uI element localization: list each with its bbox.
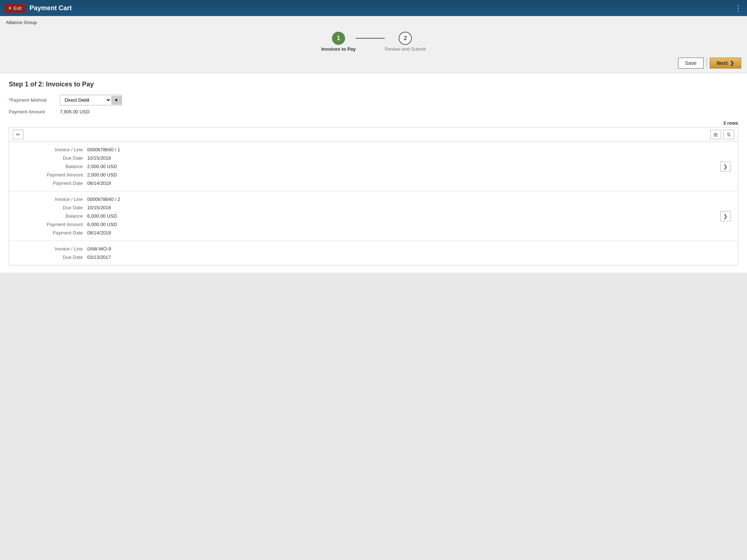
header-left: ✕ Exit Payment Cart (4, 4, 72, 13)
chevron-col-2: ❯ (720, 197, 733, 236)
chevron-col-3 (731, 246, 733, 260)
payment-amount-label-1: Payment Amount (14, 172, 87, 178)
pencil-icon: ✏ (16, 132, 20, 137)
step-2-label: Review and Submit (385, 46, 426, 52)
invoice-row-3: Invoice / Line 0AW-WO-9 Due Date 03/13/2… (9, 241, 738, 265)
sub-header: Alliance Group (0, 16, 747, 28)
next-button[interactable]: Next ❯ (710, 58, 741, 69)
payment-amount-value-1: 2,000.00 USD (87, 172, 720, 178)
balance-label-2: Balance (14, 213, 87, 219)
payment-date-label-1: Payment Date (14, 180, 87, 186)
payment-amount-value: 7,905.00 USD (60, 109, 90, 114)
step-2-node: 2 Review and Submit (385, 32, 426, 52)
due-date-value-3: 03/13/2017 (87, 254, 731, 260)
due-date-value-1: 10/15/2018 (87, 155, 720, 161)
header-title: Payment Cart (30, 4, 72, 12)
table-toolbar: ✏ ⊞ ⇅ (9, 128, 738, 142)
payment-method-select[interactable]: Direct Debit ▼ (60, 95, 122, 105)
payment-amount-row: Payment Amount 7,905.00 USD (9, 109, 738, 114)
save-button[interactable]: Save (678, 58, 704, 69)
rows-count: 3 rows (9, 120, 738, 126)
payment-date-value-1: 08/14/2019 (87, 180, 720, 186)
balance-value-2: 6,000.00 USD (87, 213, 720, 219)
due-date-value-2: 10/15/2018 (87, 205, 720, 210)
payment-amount-value-2: 6,000.00 USD (87, 222, 720, 227)
row-expand-button-1[interactable]: ❯ (720, 162, 731, 172)
header: ✕ Exit Payment Cart ⋮ (0, 0, 747, 16)
dropdown-arrow-button[interactable]: ▼ (111, 96, 121, 105)
step-2-circle: 2 (399, 32, 412, 45)
page-title: Step 1 of 2: Invoices to Pay (9, 81, 738, 88)
invoice-line-label-2: Invoice / Line (14, 197, 87, 202)
close-icon: ✕ (8, 5, 12, 11)
invoice-line-value-1: 0000678640 / 1 (87, 147, 720, 152)
invoice-line-label-3: Invoice / Line (14, 246, 87, 252)
filter-icon-button[interactable]: ⊞ (710, 130, 721, 139)
edit-button[interactable]: ✏ (13, 130, 24, 139)
invoice-row-2: Invoice / Line 0000678640 / 2 Due Date 1… (9, 191, 738, 241)
step-1-node: 1 Invoices to Pay (321, 32, 356, 52)
payment-method-dropdown[interactable]: Direct Debit (60, 95, 111, 105)
payment-method-label: *Payment Method (9, 97, 56, 103)
invoice-line-value-2: 0000678640 / 2 (87, 197, 720, 202)
required-asterisk: * (9, 97, 11, 103)
invoice-line-value-3: 0AW-WO-9 (87, 246, 731, 252)
due-date-label-2: Due Date (14, 205, 87, 210)
stepper: 1 Invoices to Pay 2 Review and Submit (321, 32, 426, 52)
row-expand-button-2[interactable]: ❯ (720, 211, 731, 221)
filter-icon: ⊞ (713, 132, 718, 137)
chevron-col-1: ❯ (720, 147, 733, 186)
action-bar: Save Next ❯ (0, 55, 747, 73)
step-1-label: Invoices to Pay (321, 46, 356, 52)
company-name: Alliance Group (6, 20, 37, 25)
due-date-label-1: Due Date (14, 155, 87, 161)
invoice-row: Invoice / Line 0000678640 / 1 Due Date 1… (9, 142, 738, 191)
invoice-line-label-1: Invoice / Line (14, 147, 87, 152)
sort-icon-button[interactable]: ⇅ (723, 130, 734, 139)
due-date-label-3: Due Date (14, 254, 87, 260)
balance-label-1: Balance (14, 164, 87, 169)
invoice-3-data: Invoice / Line 0AW-WO-9 Due Date 03/13/2… (9, 246, 731, 260)
toolbar-right: ⊞ ⇅ (710, 130, 734, 139)
more-options-icon[interactable]: ⋮ (735, 4, 743, 12)
main-content: Step 1 of 2: Invoices to Pay *Payment Me… (0, 73, 747, 273)
payment-date-value-2: 08/14/2019 (87, 230, 720, 236)
divider (707, 58, 707, 68)
exit-button[interactable]: ✕ Exit (4, 4, 25, 13)
sort-icon: ⇅ (727, 132, 731, 137)
payment-amount-label-2: Payment Amount (14, 222, 87, 227)
invoice-2-data: Invoice / Line 0000678640 / 2 Due Date 1… (9, 197, 720, 236)
next-icon: ❯ (730, 60, 734, 66)
payment-amount-label: Payment Amount (9, 109, 56, 114)
invoice-table: ✏ ⊞ ⇅ Invoice / Line 0000678640 / 1 Due … (9, 127, 738, 265)
payment-method-row: *Payment Method Direct Debit ▼ (9, 95, 738, 105)
step-connector (356, 38, 385, 39)
invoice-1-data: Invoice / Line 0000678640 / 1 Due Date 1… (9, 147, 720, 186)
step-1-circle: 1 (332, 32, 345, 45)
stepper-area: 1 Invoices to Pay 2 Review and Submit (0, 28, 747, 55)
payment-date-label-2: Payment Date (14, 230, 87, 236)
balance-value-1: 2,000.00 USD (87, 164, 720, 169)
